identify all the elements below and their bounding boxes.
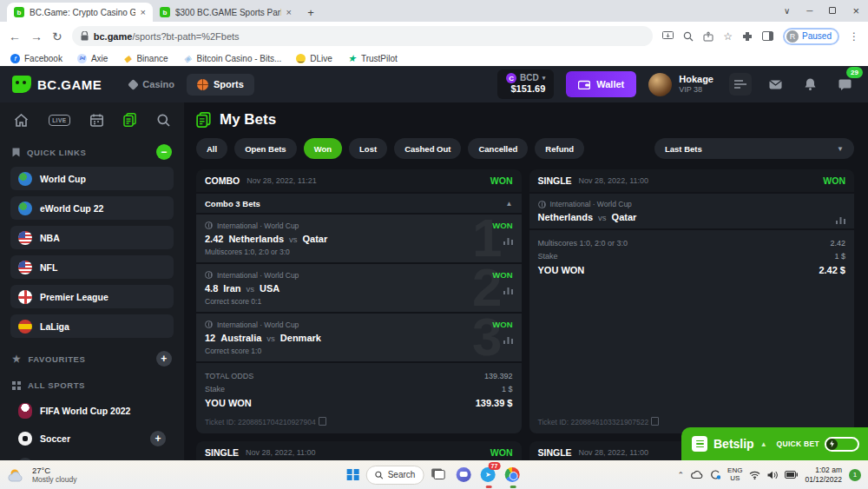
sync-icon[interactable] <box>710 470 720 479</box>
wallet-button[interactable]: Wallet <box>566 71 636 97</box>
tab-close-icon[interactable]: × <box>141 8 146 17</box>
inbox-icon[interactable] <box>764 73 786 96</box>
sort-dropdown[interactable]: Last Bets ▼ <box>654 138 854 159</box>
close-icon[interactable]: × <box>852 4 859 17</box>
copy-icon[interactable] <box>653 419 659 426</box>
new-tab-button[interactable]: + <box>304 5 318 19</box>
combo-card-header: COMBO Nov 28, 2022, 11:21 WON <box>196 169 522 192</box>
combo-leg-1[interactable]: 1 International · World CupWON 2.42Nethe… <box>196 215 522 262</box>
battery-icon[interactable] <box>785 471 798 479</box>
filter-all[interactable]: All <box>196 138 227 159</box>
sidebar-item-fifa-world-cup[interactable]: FIFA World Cup 2022 <box>10 397 174 425</box>
combo-group-row[interactable]: Combo 3 Bets ▲ <box>196 194 522 213</box>
search-icon[interactable] <box>157 114 170 127</box>
notifications-bell-icon[interactable] <box>799 73 821 96</box>
user-profile[interactable]: Hokage VIP 38 <box>648 73 713 96</box>
league-icon <box>205 221 213 229</box>
league-icon <box>538 201 546 208</box>
browser-tab-2[interactable]: b $300 BC.GAME Sports Parlays Ch × <box>153 3 299 22</box>
bookmark-trustpilot[interactable]: ★TrustPilot <box>347 54 398 63</box>
copy-icon[interactable] <box>320 419 326 426</box>
teams-chat-button[interactable] <box>455 465 472 486</box>
task-view-button[interactable] <box>431 465 448 486</box>
stake-value: 1 $ <box>502 385 513 393</box>
language-indicator[interactable]: ENGUS <box>727 467 742 483</box>
single-leg[interactable]: International · World Cup NetherlandsvsQ… <box>529 194 855 228</box>
usa-flag-icon <box>18 261 32 274</box>
sidebar-item-nba[interactable]: NBA <box>10 226 174 249</box>
back-icon[interactable]: ← <box>9 30 21 43</box>
bcgame-logo[interactable]: BC.GAME <box>12 76 102 93</box>
sidebar-item-soccer[interactable]: Soccer+ <box>10 425 174 453</box>
sidebar-item-laliga[interactable]: LaLiga <box>10 314 174 338</box>
transactions-icon[interactable] <box>729 73 752 96</box>
chat-icon[interactable]: 29 <box>833 73 856 96</box>
zoom-icon[interactable] <box>683 31 694 42</box>
stats-icon[interactable] <box>503 336 513 344</box>
browser-tab-1[interactable]: b BC.Game: Crypto Casino Games × <box>7 3 153 22</box>
maximize-icon[interactable] <box>829 7 836 14</box>
filter-row: All Open Bets Won Lost Cashed Out Cancel… <box>196 138 854 159</box>
telegram-badge: 77 <box>489 462 501 470</box>
side-panel-icon[interactable] <box>762 31 773 41</box>
bookmark-axie[interactable]: ⋈Axie <box>77 54 108 63</box>
notification-count-badge[interactable]: 1 <box>849 469 861 481</box>
collapse-quick-links-button[interactable]: − <box>156 144 172 160</box>
add-favourite-button[interactable]: + <box>156 351 172 367</box>
bookmark-bitcoin-casino[interactable]: ◈Bitcoin Casino - Bits... <box>183 54 282 63</box>
combo-leg-3[interactable]: 3 International · World CupWON 12Austral… <box>196 314 522 361</box>
window-menu-icon[interactable]: ∨ <box>784 6 790 16</box>
telegram-button[interactable]: ➤ 77 <box>479 465 496 486</box>
install-icon[interactable] <box>662 31 674 42</box>
currency-selector[interactable]: CBCD▾ $151.69 <box>497 69 554 98</box>
combo-leg-2[interactable]: 2 International · World CupWON 4.8Iranvs… <box>196 264 522 312</box>
filter-won[interactable]: Won <box>304 138 342 159</box>
betslip-button[interactable]: Betslip ▲ QUICK BET <box>681 427 868 460</box>
browser-menu-icon[interactable]: ⋮ <box>849 30 859 43</box>
binance-icon: ◆ <box>122 54 132 63</box>
my-bets-icon[interactable] <box>123 113 137 127</box>
bookmark-binance[interactable]: ◆Binance <box>122 54 168 63</box>
sidebar-item-nfl[interactable]: NFL <box>10 255 174 279</box>
sidebar-item-premier-league[interactable]: Premier League <box>10 285 174 308</box>
bookmark-dlive[interactable]: ‿DLive <box>296 54 332 63</box>
start-button[interactable] <box>347 469 359 481</box>
collapse-icon[interactable]: ▲ <box>506 200 513 208</box>
live-icon[interactable]: LIVE <box>49 115 69 126</box>
sidebar-item-eworld-cup[interactable]: eWorld Cup 22 <box>10 196 174 220</box>
onedrive-icon[interactable] <box>691 471 703 479</box>
bookmark-facebook[interactable]: fFacebook <box>10 54 62 63</box>
home-team: Iran <box>223 283 240 294</box>
filter-refund[interactable]: Refund <box>535 138 584 159</box>
bookmark-star-icon[interactable]: ☆ <box>723 30 733 43</box>
stats-icon[interactable] <box>503 287 513 294</box>
calendar-icon[interactable] <box>90 114 103 127</box>
volume-icon[interactable] <box>767 471 778 479</box>
reload-icon[interactable]: ↻ <box>52 30 62 43</box>
quick-bet-toggle[interactable] <box>825 437 859 452</box>
stats-icon[interactable] <box>503 237 513 245</box>
extensions-icon[interactable] <box>742 31 753 42</box>
share-icon[interactable] <box>703 31 713 42</box>
address-bar[interactable]: bc.game/sports?bt-path=%2Fbets <box>72 26 654 46</box>
filter-cancelled[interactable]: Cancelled <box>468 138 528 159</box>
expand-soccer-button[interactable]: + <box>150 431 166 446</box>
clock[interactable]: 1:02 am 01/12/2022 <box>805 466 842 484</box>
profile-button[interactable]: R Paused <box>783 28 839 45</box>
nav-casino[interactable]: Casino <box>129 79 174 89</box>
sidebar-item-world-cup[interactable]: World Cup <box>10 167 174 190</box>
chrome-button[interactable] <box>503 465 521 486</box>
wifi-icon[interactable] <box>749 471 760 479</box>
tray-expand-icon[interactable]: ⌃ <box>678 471 685 479</box>
nav-sports[interactable]: Sports <box>187 74 254 96</box>
weather-widget[interactable]: 27°C Mostly cloudy <box>7 460 77 489</box>
taskbar-search[interactable]: Search <box>366 466 424 485</box>
stats-icon[interactable] <box>836 216 845 224</box>
forward-icon[interactable]: → <box>30 30 43 43</box>
tab-close-icon[interactable]: × <box>286 8 292 17</box>
minimize-icon[interactable]: ─ <box>806 6 812 16</box>
filter-lost[interactable]: Lost <box>349 138 387 159</box>
home-icon[interactable] <box>14 114 29 127</box>
filter-cashed-out[interactable]: Cashed Out <box>394 138 461 159</box>
filter-open-bets[interactable]: Open Bets <box>234 138 297 159</box>
